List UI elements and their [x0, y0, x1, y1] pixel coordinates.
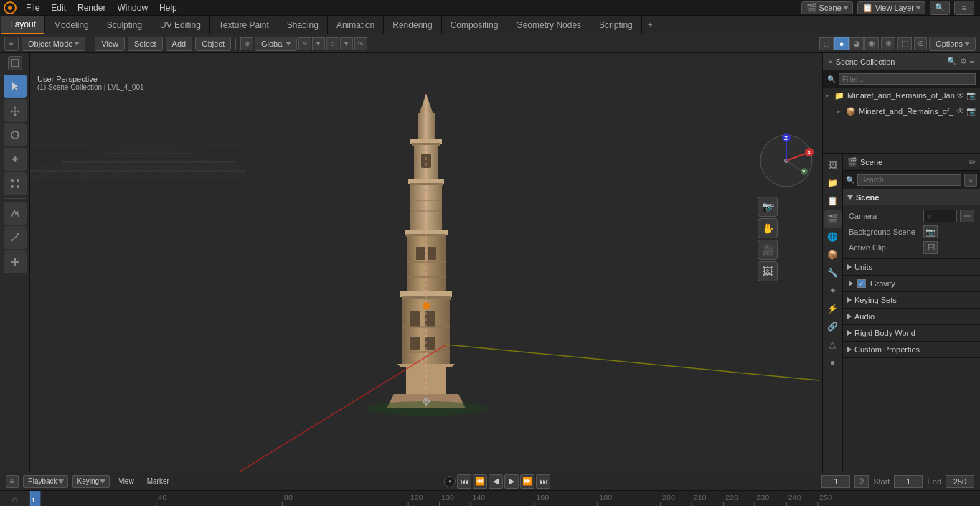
play-back-btn[interactable]: ◀	[489, 474, 503, 489]
gizmo-btn[interactable]: ⊙	[914, 37, 927, 50]
tab-modeling[interactable]: Modeling	[45, 16, 98, 34]
active-clip-icon[interactable]: 🎞	[923, 241, 938, 254]
outliner-search-input[interactable]	[839, 73, 976, 85]
wireframe-btn[interactable]: □	[819, 37, 834, 50]
zoom-camera-btn[interactable]: 📷	[758, 197, 778, 217]
zoom-in-btn[interactable]: 🎥	[758, 240, 778, 260]
outliner-filter2-btn[interactable]: ≡	[970, 57, 974, 66]
outliner-settings-btn[interactable]: ⚙	[960, 57, 967, 66]
zoom-out-btn[interactable]: 🖼	[758, 261, 778, 281]
tool-measure[interactable]	[4, 226, 27, 249]
view-menu-btn[interactable]: View	[95, 37, 125, 51]
end-frame-input[interactable]: 250	[946, 475, 974, 488]
xray-btn[interactable]: ⬚	[897, 37, 912, 50]
tab-uv-editing[interactable]: UV Editing	[151, 16, 210, 34]
camera-edit-btn[interactable]: ✏	[960, 210, 974, 222]
prop-data-icon[interactable]: △	[824, 336, 842, 353]
proportional-btn[interactable]: ○	[326, 37, 339, 50]
render-vis-icon-1[interactable]: 📷	[966, 106, 977, 116]
tool-annotate[interactable]	[4, 202, 27, 225]
tab-texture-paint[interactable]: Texture Paint	[210, 16, 278, 34]
timeline-ruler[interactable]: ⏱ 1 40 80 120 130 140 160	[0, 490, 980, 506]
units-header[interactable]: Units	[843, 259, 980, 275]
view-menu-btn[interactable]: View	[114, 475, 138, 488]
prop-view-layer-icon[interactable]: 📋	[824, 192, 842, 210]
audio-header[interactable]: Audio	[843, 309, 980, 324]
tool-scale[interactable]	[4, 148, 27, 171]
snap-btn[interactable]: ⌖	[298, 37, 311, 50]
viewport-menu-btn[interactable]: ≡	[4, 37, 19, 51]
nav-gizmo[interactable]: X Z Y	[758, 132, 815, 189]
prop-physics-icon[interactable]: ⚡	[824, 300, 842, 317]
material-btn[interactable]: ◕	[849, 37, 864, 50]
menu-edit[interactable]: Edit	[45, 0, 72, 16]
gravity-checkbox[interactable]: ✓	[857, 279, 866, 288]
prop-render-icon[interactable]: 🖼	[824, 156, 842, 174]
toolbar-toggle[interactable]	[8, 56, 22, 70]
add-menu-btn[interactable]: Add	[166, 37, 193, 51]
menu-render[interactable]: Render	[72, 0, 111, 16]
prop-scene-icon[interactable]: 🎬	[824, 210, 842, 228]
outliner-item-0[interactable]: ▸ 📁 Minaret_and_Remains_of_Jan 👁 📷	[823, 88, 980, 103]
tab-add[interactable]: +	[642, 19, 659, 32]
prop-modifier-icon[interactable]: 🔧	[824, 264, 842, 281]
start-frame-input[interactable]: 1	[894, 475, 923, 488]
menu-help[interactable]: Help	[154, 0, 183, 16]
tab-animation[interactable]: Animation	[328, 16, 384, 34]
playback-dropdown[interactable]: Playback	[23, 475, 68, 488]
step-back-btn[interactable]: ⏪	[473, 474, 487, 489]
tool-add[interactable]	[4, 250, 27, 273]
snap-dropdown[interactable]: ▾	[312, 37, 325, 50]
grease-pencil[interactable]: ∿	[354, 37, 367, 50]
outliner-item-1[interactable]: ▸ 📦 Minaret_and_Remains_of_ 👁 📷	[823, 103, 980, 119]
tool-rotate[interactable]	[4, 123, 27, 146]
object-mode-dropdown[interactable]: Object Mode	[22, 37, 85, 51]
scene-section-header[interactable]: Scene	[843, 189, 980, 205]
solid-btn[interactable]: ●	[834, 37, 849, 50]
props-search-input[interactable]	[857, 174, 961, 186]
overlay-btn[interactable]: ⊕	[881, 37, 895, 50]
props-filter-btn[interactable]: ≡	[964, 174, 977, 187]
search-btn[interactable]: 🔍	[930, 1, 950, 15]
filter-btn[interactable]: ≡	[954, 1, 974, 15]
background-scene-icon[interactable]: 📷	[923, 225, 938, 238]
select-menu-btn[interactable]: Select	[128, 37, 163, 51]
record-btn[interactable]: ●	[444, 476, 456, 487]
tab-geometry-nodes[interactable]: Geometry Nodes	[507, 16, 590, 34]
outliner-filter-btn[interactable]: 🔍	[947, 57, 957, 66]
current-frame-input[interactable]: 1	[821, 475, 850, 488]
transform-origin[interactable]: ⊕	[240, 37, 253, 50]
render-vis-icon-0[interactable]: 📷	[966, 90, 977, 100]
tool-cursor[interactable]	[4, 75, 27, 98]
skip-to-end-btn[interactable]: ⏭	[536, 474, 550, 489]
global-transform[interactable]: Global	[255, 37, 297, 51]
scene-selector[interactable]: 🎬 Scene	[801, 1, 853, 14]
tab-compositing[interactable]: Compositing	[442, 16, 508, 34]
tab-rendering[interactable]: Rendering	[384, 16, 441, 34]
play-btn[interactable]: ▶	[504, 474, 519, 489]
keying-dropdown[interactable]: Keying	[72, 475, 110, 488]
camera-value[interactable]: ■	[923, 210, 957, 222]
tab-sculpting[interactable]: Sculpting	[98, 16, 151, 34]
viewport-3d[interactable]: User Perspective (1) Scene Collection | …	[30, 53, 822, 472]
timeline-menu-btn[interactable]: ≡	[6, 475, 19, 488]
object-menu-btn[interactable]: Object	[195, 37, 231, 51]
marker-menu-btn[interactable]: Marker	[143, 475, 174, 488]
render-btn[interactable]: ◉	[864, 37, 879, 50]
tool-transform[interactable]	[4, 172, 27, 195]
options-btn[interactable]: Options	[929, 37, 976, 51]
props-edit-btn[interactable]: ✏	[969, 157, 976, 167]
menu-file[interactable]: File	[20, 0, 45, 16]
tab-layout[interactable]: Layout	[1, 16, 45, 34]
custom-props-header[interactable]: Custom Properties	[843, 342, 980, 357]
prop-object-icon[interactable]: 📦	[824, 246, 842, 263]
tab-shading[interactable]: Shading	[278, 16, 328, 34]
menu-window[interactable]: Window	[111, 0, 154, 16]
fps-btn[interactable]: ⏱	[854, 475, 869, 488]
rigid-body-header[interactable]: Rigid Body World	[843, 325, 980, 341]
prop-world-icon[interactable]: 🌐	[824, 228, 842, 245]
keying-sets-header[interactable]: Keying Sets	[843, 292, 980, 308]
tab-scripting[interactable]: Scripting	[590, 16, 642, 34]
prop-particles-icon[interactable]: ✦	[824, 282, 842, 299]
step-fwd-btn[interactable]: ⏩	[520, 474, 534, 489]
